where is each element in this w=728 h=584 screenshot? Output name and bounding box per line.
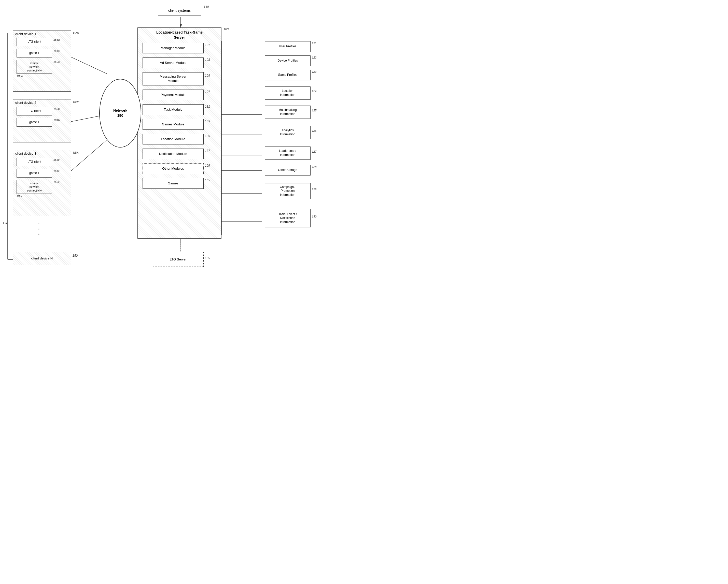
client-device-3-ref: 150c <box>73 151 79 155</box>
notification-module-box: Notification Module <box>142 148 204 159</box>
location-info-box: Location Information <box>265 86 311 100</box>
ltg-client-1-ref: 155a <box>53 38 59 41</box>
client-device-1-ref: 150a <box>73 31 79 35</box>
matchmaking-info-ref: 125 <box>312 109 316 112</box>
ad-server-module-box: Ad Server Module <box>142 57 204 68</box>
client-device-n-outer: client device N <box>13 252 71 265</box>
client-device-1-label: client device 1 <box>15 32 36 36</box>
server-ref: 100 <box>224 27 229 31</box>
campaign-info-box: Campaign / Promotion Information <box>265 183 311 199</box>
games-module-box: Games Module <box>142 119 204 130</box>
leaderboard-info-ref: 127 <box>312 150 316 153</box>
dots-ellipsis: ··· <box>38 221 40 237</box>
task-module-box: Task Module <box>142 104 204 115</box>
manager-module-box: Manager Module <box>142 43 204 53</box>
game-profiles-ref: 123 <box>312 70 316 73</box>
architecture-diagram: client systems 140 Location-based Task-G… <box>0 0 364 292</box>
client-device-3-label: client device 3 <box>15 151 36 156</box>
server-title: Location-based Task-Game Server <box>144 30 215 40</box>
game-1-device-2: game 1 <box>17 118 52 127</box>
game-1-device-3: game 1 <box>17 169 52 177</box>
location-module-box: Location Module <box>142 134 204 144</box>
game-1-device-2-ref: 161b <box>53 118 59 121</box>
device-profiles-ref: 122 <box>312 56 316 59</box>
other-storage-box: Other Storage <box>265 165 311 175</box>
analytics-info-ref: 126 <box>312 129 316 132</box>
ltg-client-3: LTG client <box>17 158 52 166</box>
leaderboard-info-box: Leaderboard Information <box>265 146 311 160</box>
game-1-device-1: game 1 <box>17 49 52 57</box>
task-event-info-box: Task / Event / Notification Information <box>265 209 311 227</box>
network-oval: Network 190 <box>99 79 141 147</box>
task-event-info-ref: 130 <box>312 215 316 218</box>
game-1-device-1-ref: 161a <box>53 49 59 52</box>
device-profiles-box: Device Profiles <box>265 55 311 66</box>
svg-line-6 <box>69 140 107 173</box>
ltg-client-2-ref: 155b <box>53 107 59 110</box>
ad-server-module-ref: 103 <box>205 58 210 61</box>
client-device-2-ref: 150b <box>73 100 79 104</box>
client-device-2-label: client device 2 <box>15 101 36 105</box>
ltg-client-2: LTG client <box>17 107 52 115</box>
remote-network-1-ref: 160a <box>53 60 59 63</box>
remote-network-3-ref: 160c <box>53 180 59 184</box>
ltg-server-ref: 105 <box>205 256 210 260</box>
notification-module-ref: 137 <box>205 149 210 152</box>
other-modules-box: Other Modules <box>142 163 204 174</box>
other-modules-ref: 109 <box>205 164 210 167</box>
games-box-ref: 165 <box>205 178 210 182</box>
task-module-ref: 131 <box>205 105 210 108</box>
remote-network-1-extra-ref: 180a <box>17 75 23 78</box>
payment-module-ref: 107 <box>205 90 210 93</box>
game-profiles-box: Game Profiles <box>265 70 311 80</box>
ltg-client-1: LTG client <box>17 38 52 46</box>
client-systems-box: client systems <box>158 5 201 16</box>
game-1-device-3-ref: 161c <box>53 169 59 172</box>
remote-network-1: remote network connectivity <box>17 60 52 74</box>
messaging-module-box: Messaging Server Module <box>142 72 204 85</box>
client-systems-ref: 140 <box>204 5 209 9</box>
payment-module-box: Payment Module <box>142 89 204 100</box>
analytics-info-box: Analytics Information <box>265 126 311 139</box>
bracket-ref: 170 <box>3 221 8 225</box>
user-profiles-ref: 121 <box>312 42 316 45</box>
remote-network-3: remote network connectivity <box>17 180 52 194</box>
manager-module-ref: 101 <box>205 43 210 47</box>
other-storage-ref: 128 <box>312 165 316 168</box>
location-module-ref: 135 <box>205 134 210 138</box>
ltg-client-3-ref: 155c <box>53 158 59 161</box>
matchmaking-info-box: Matchmaking Information <box>265 106 311 119</box>
games-box: Games <box>142 178 204 189</box>
client-device-n-ref: 150n <box>73 254 79 257</box>
messaging-module-ref: 105 <box>205 74 210 77</box>
location-info-ref: 124 <box>312 89 316 92</box>
games-module-ref: 133 <box>205 119 210 123</box>
svg-line-4 <box>69 56 107 74</box>
ltg-server-box: LTG Server <box>153 252 204 267</box>
user-profiles-box: User Profiles <box>265 41 311 52</box>
remote-network-3-extra-ref: 180c <box>17 195 23 198</box>
campaign-info-ref: 129 <box>312 188 316 191</box>
